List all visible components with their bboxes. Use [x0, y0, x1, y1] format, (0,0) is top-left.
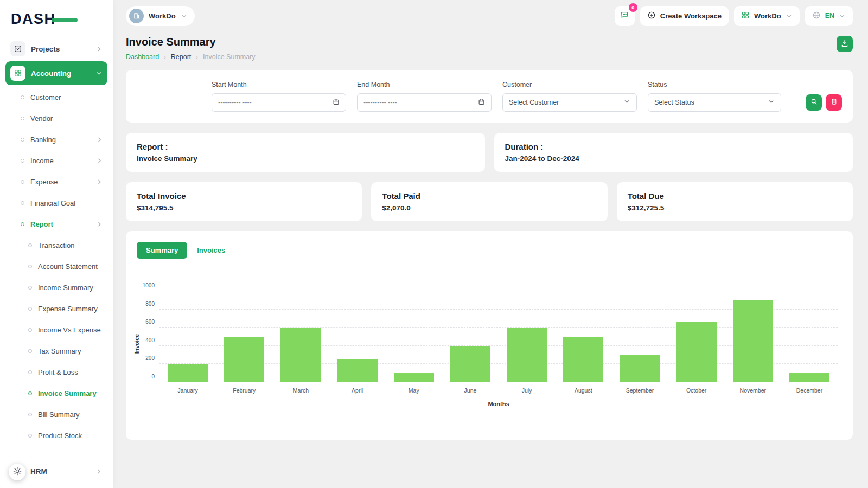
- language-selector[interactable]: EN: [805, 6, 853, 26]
- chevron-right-icon: [96, 178, 103, 185]
- plus-circle-icon: [647, 11, 656, 21]
- reset-filter-button[interactable]: [826, 94, 842, 111]
- sidebar-item-label: Profit & Loss: [38, 368, 78, 376]
- calendar-icon: [478, 98, 485, 107]
- bar-march: [280, 328, 321, 382]
- breadcrumb-separator: ›: [196, 54, 198, 60]
- report-card: Report : Invoice Summary: [126, 133, 485, 172]
- status-label: Status: [648, 81, 781, 88]
- messages-button[interactable]: 0: [615, 6, 635, 26]
- bullet-icon: [28, 328, 32, 332]
- bar-august: [563, 337, 603, 382]
- chevron-right-icon: [95, 468, 103, 475]
- building-icon: [129, 9, 144, 23]
- chevron-right-icon: [96, 221, 103, 228]
- bar-column-october: [668, 291, 725, 382]
- y-tick-label: 600: [145, 319, 155, 325]
- breadcrumb-separator: ›: [164, 54, 166, 60]
- download-button[interactable]: [837, 36, 853, 52]
- sidebar-item-income-vs-expense[interactable]: Income Vs Expense: [0, 319, 113, 341]
- create-workspace-button[interactable]: Create Workspace: [640, 6, 729, 26]
- chevron-right-icon: [95, 46, 103, 53]
- sidebar-item-expense-summary[interactable]: Expense Summary: [0, 298, 113, 319]
- chevron-down-icon: [623, 98, 630, 107]
- y-tick-label: 400: [145, 337, 155, 343]
- sidebar-item-bill-summary[interactable]: Bill Summary: [0, 404, 113, 425]
- bar-september: [620, 355, 660, 382]
- sidebar-item-label: Vendor: [30, 114, 53, 123]
- sidebar-item-label: Report: [30, 220, 53, 228]
- sidebar-item-financial-goal[interactable]: Financial Goal: [0, 192, 113, 214]
- app-root: DASH Projects Accounting: [0, 0, 868, 488]
- workdo-menu-button[interactable]: WorkDo: [734, 6, 800, 26]
- tabs-divider: [126, 267, 853, 267]
- main-area: WorkDo 0 Create Workspace: [113, 0, 868, 488]
- x-tick-label: May: [386, 387, 442, 394]
- total-paid-card: Total Paid $2,070.0: [371, 182, 607, 221]
- filter-card: Start Month ---------- ---- End Month --…: [126, 70, 853, 123]
- report-value: Invoice Summary: [137, 155, 474, 163]
- status-select-value: Select Status: [654, 99, 694, 106]
- sidebar-item-label: Expense Summary: [38, 305, 98, 313]
- bar-column-september: [611, 291, 668, 382]
- end-month-input[interactable]: ---------- ----: [357, 93, 492, 112]
- sidebar-item-income-summary[interactable]: Income Summary: [0, 277, 113, 298]
- chevron-right-icon: [96, 136, 103, 143]
- start-month-input[interactable]: ---------- ----: [212, 93, 346, 112]
- breadcrumb-report[interactable]: Report: [171, 53, 192, 61]
- sidebar-item-label: Income Summary: [38, 284, 93, 292]
- sidebar-item-label: Accounting: [31, 69, 71, 78]
- sidebar-item-cash-flow[interactable]: Cash Flow: [0, 446, 113, 454]
- sidebar-item-label: Cash Flow: [38, 453, 71, 454]
- invoice-bar-chart: Invoice 02004006008001000 JanuaryFebruar…: [133, 291, 838, 407]
- chevron-down-icon: [181, 12, 188, 20]
- breadcrumb-dashboard-link[interactable]: Dashboard: [126, 53, 159, 61]
- app-logo[interactable]: DASH: [0, 7, 113, 36]
- sidebar-item-invoice-summary[interactable]: Invoice Summary: [0, 383, 113, 404]
- sidebar-item-report[interactable]: Report: [0, 214, 113, 235]
- status-select[interactable]: Select Status: [648, 93, 781, 112]
- sidebar-item-label: Transaction: [38, 241, 74, 249]
- x-tick-label: June: [442, 387, 499, 394]
- tab-invoices[interactable]: Invoices: [195, 242, 227, 259]
- sidebar-item-vendor[interactable]: Vendor: [0, 108, 113, 129]
- total-paid-value: $2,070.0: [382, 204, 596, 212]
- bar-october: [676, 322, 717, 382]
- search-button[interactable]: [806, 94, 822, 111]
- header-actions: 0 Create Workspace WorkDo: [615, 6, 853, 26]
- bullet-icon: [21, 95, 24, 99]
- bullet-icon: [21, 201, 24, 205]
- sidebar-item-accounting[interactable]: Accounting: [5, 61, 107, 85]
- chevron-down-icon: [786, 12, 793, 20]
- logo-text: DASH: [11, 11, 56, 27]
- tab-summary[interactable]: Summary: [137, 242, 187, 259]
- check-square-icon: [10, 41, 25, 56]
- search-icon: [810, 98, 818, 107]
- bar-november: [733, 300, 773, 382]
- sidebar-item-tax-summary[interactable]: Tax Summary: [0, 341, 113, 362]
- sidebar-item-expense[interactable]: Expense: [0, 171, 113, 192]
- total-invoice-card: Total Invoice $314,795.5: [126, 182, 362, 221]
- sidebar-item-transaction[interactable]: Transaction: [0, 235, 113, 256]
- sidebar-item-income[interactable]: Income: [0, 150, 113, 171]
- x-tick-label: September: [611, 387, 668, 394]
- breadcrumb-current: Invoice Summary: [203, 53, 256, 61]
- workspace-switcher[interactable]: WorkDo: [126, 6, 195, 26]
- sidebar-item-label: Projects: [31, 45, 60, 53]
- chart-plot: 02004006008001000: [159, 291, 838, 382]
- sidebar-item-product-stock[interactable]: Product Stock: [0, 425, 113, 446]
- bullet-icon: [21, 222, 24, 226]
- customer-select[interactable]: Select Customer: [502, 93, 637, 112]
- breadcrumb: Dashboard › Report › Invoice Summary: [126, 53, 256, 61]
- sidebar-item-projects[interactable]: Projects: [5, 38, 107, 60]
- sidebar-item-banking[interactable]: Banking: [0, 129, 113, 150]
- bar-column-april: [329, 291, 386, 382]
- sidebar-item-label: Account Statement: [38, 262, 98, 271]
- total-paid-label: Total Paid: [382, 191, 596, 201]
- download-icon: [840, 39, 849, 49]
- sidebar-item-profit-loss[interactable]: Profit & Loss: [0, 362, 113, 383]
- sidebar-item-account-statement[interactable]: Account Statement: [0, 256, 113, 277]
- sidebar-item-customer[interactable]: Customer: [0, 87, 113, 108]
- settings-fab-button[interactable]: [9, 464, 25, 480]
- filter-actions: [806, 94, 842, 111]
